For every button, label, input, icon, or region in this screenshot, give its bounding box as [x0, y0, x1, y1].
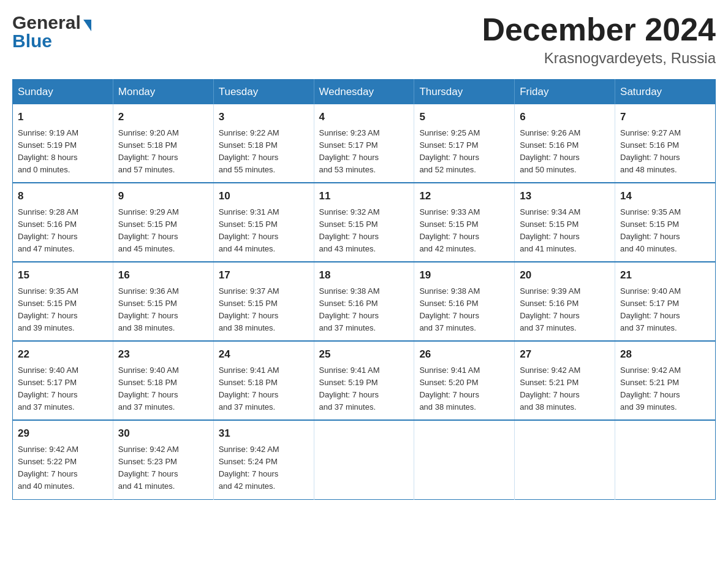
day-number: 7 — [620, 109, 710, 125]
day-info: Sunrise: 9:42 AMSunset: 5:22 PMDaylight:… — [18, 443, 108, 493]
day-number: 12 — [419, 188, 509, 204]
day-number: 16 — [118, 267, 208, 283]
calendar-day-cell: 10Sunrise: 9:31 AMSunset: 5:15 PMDayligh… — [213, 183, 314, 262]
day-info: Sunrise: 9:41 AMSunset: 5:18 PMDaylight:… — [219, 364, 309, 414]
calendar-day-cell: 4Sunrise: 9:23 AMSunset: 5:17 PMDaylight… — [314, 104, 414, 183]
day-info: Sunrise: 9:42 AMSunset: 5:21 PMDaylight:… — [520, 364, 610, 414]
day-info: Sunrise: 9:32 AMSunset: 5:15 PMDaylight:… — [319, 206, 409, 256]
day-info: Sunrise: 9:25 AMSunset: 5:17 PMDaylight:… — [419, 127, 509, 177]
calendar-day-cell: 2Sunrise: 9:20 AMSunset: 5:18 PMDaylight… — [113, 104, 213, 183]
day-info: Sunrise: 9:28 AMSunset: 5:16 PMDaylight:… — [18, 206, 108, 256]
day-number: 14 — [620, 188, 710, 204]
day-number: 30 — [118, 426, 208, 442]
day-number: 31 — [219, 426, 309, 442]
calendar-day-cell: 9Sunrise: 9:29 AMSunset: 5:15 PMDaylight… — [113, 183, 213, 262]
weekday-header-thursday: Thursday — [414, 80, 515, 105]
weekday-header-friday: Friday — [515, 80, 615, 105]
day-number: 22 — [18, 347, 108, 362]
calendar-day-cell: 30Sunrise: 9:42 AMSunset: 5:23 PMDayligh… — [113, 420, 213, 499]
calendar-week-1: 1Sunrise: 9:19 AMSunset: 5:19 PMDaylight… — [13, 104, 716, 183]
logo-triangle-icon — [83, 20, 91, 31]
calendar-body: 1Sunrise: 9:19 AMSunset: 5:19 PMDaylight… — [13, 104, 716, 499]
day-info: Sunrise: 9:40 AMSunset: 5:17 PMDaylight:… — [18, 364, 108, 414]
logo-blue-text: Blue — [12, 31, 91, 52]
calendar-table: SundayMondayTuesdayWednesdayThursdayFrid… — [12, 79, 716, 499]
day-number: 24 — [219, 347, 309, 362]
day-info: Sunrise: 9:38 AMSunset: 5:16 PMDaylight:… — [319, 285, 409, 335]
day-number: 21 — [620, 267, 710, 283]
calendar-day-cell: 28Sunrise: 9:42 AMSunset: 5:21 PMDayligh… — [615, 341, 716, 420]
calendar-day-cell: 6Sunrise: 9:26 AMSunset: 5:16 PMDaylight… — [515, 104, 615, 183]
day-number: 8 — [18, 188, 108, 204]
calendar-day-cell: 24Sunrise: 9:41 AMSunset: 5:18 PMDayligh… — [213, 341, 314, 420]
calendar-day-cell: 7Sunrise: 9:27 AMSunset: 5:16 PMDaylight… — [615, 104, 716, 183]
day-info: Sunrise: 9:35 AMSunset: 5:15 PMDaylight:… — [620, 206, 710, 256]
day-info: Sunrise: 9:35 AMSunset: 5:15 PMDaylight:… — [18, 285, 108, 335]
day-info: Sunrise: 9:37 AMSunset: 5:15 PMDaylight:… — [219, 285, 309, 335]
calendar-day-cell: 21Sunrise: 9:40 AMSunset: 5:17 PMDayligh… — [615, 262, 716, 341]
calendar-header: SundayMondayTuesdayWednesdayThursdayFrid… — [13, 80, 716, 105]
page-header: General Blue December 2024 Krasnogvardey… — [12, 12, 716, 67]
calendar-day-cell: 29Sunrise: 9:42 AMSunset: 5:22 PMDayligh… — [13, 420, 113, 499]
calendar-day-cell: 23Sunrise: 9:40 AMSunset: 5:18 PMDayligh… — [113, 341, 213, 420]
day-info: Sunrise: 9:38 AMSunset: 5:16 PMDaylight:… — [419, 285, 509, 335]
day-info: Sunrise: 9:39 AMSunset: 5:16 PMDaylight:… — [520, 285, 610, 335]
day-number: 28 — [620, 347, 710, 362]
day-number: 10 — [219, 188, 309, 204]
title-block: December 2024 Krasnogvardeyets, Russia — [482, 12, 716, 67]
day-number: 15 — [18, 267, 108, 283]
weekday-header-saturday: Saturday — [615, 80, 716, 105]
day-number: 5 — [419, 109, 509, 125]
calendar-day-cell: 1Sunrise: 9:19 AMSunset: 5:19 PMDaylight… — [13, 104, 113, 183]
day-info: Sunrise: 9:42 AMSunset: 5:24 PMDaylight:… — [219, 443, 309, 493]
day-number: 2 — [118, 109, 208, 125]
day-info: Sunrise: 9:40 AMSunset: 5:18 PMDaylight:… — [118, 364, 208, 414]
calendar-day-cell: 15Sunrise: 9:35 AMSunset: 5:15 PMDayligh… — [13, 262, 113, 341]
day-number: 1 — [18, 109, 108, 125]
day-info: Sunrise: 9:20 AMSunset: 5:18 PMDaylight:… — [118, 127, 208, 177]
calendar-day-cell: 20Sunrise: 9:39 AMSunset: 5:16 PMDayligh… — [515, 262, 615, 341]
calendar-day-cell — [515, 420, 615, 499]
day-info: Sunrise: 9:27 AMSunset: 5:16 PMDaylight:… — [620, 127, 710, 177]
day-info: Sunrise: 9:31 AMSunset: 5:15 PMDaylight:… — [219, 206, 309, 256]
weekday-header-row: SundayMondayTuesdayWednesdayThursdayFrid… — [13, 80, 716, 105]
day-info: Sunrise: 9:26 AMSunset: 5:16 PMDaylight:… — [520, 127, 610, 177]
day-number: 3 — [219, 109, 309, 125]
calendar-day-cell: 14Sunrise: 9:35 AMSunset: 5:15 PMDayligh… — [615, 183, 716, 262]
calendar-day-cell: 11Sunrise: 9:32 AMSunset: 5:15 PMDayligh… — [314, 183, 414, 262]
day-number: 4 — [319, 109, 409, 125]
weekday-header-wednesday: Wednesday — [314, 80, 414, 105]
calendar-day-cell: 26Sunrise: 9:41 AMSunset: 5:20 PMDayligh… — [414, 341, 515, 420]
calendar-week-5: 29Sunrise: 9:42 AMSunset: 5:22 PMDayligh… — [13, 420, 716, 499]
day-info: Sunrise: 9:41 AMSunset: 5:19 PMDaylight:… — [319, 364, 409, 414]
day-number: 9 — [118, 188, 208, 204]
logo: General Blue — [12, 12, 91, 52]
day-number: 26 — [419, 347, 509, 362]
weekday-header-tuesday: Tuesday — [213, 80, 314, 105]
day-info: Sunrise: 9:42 AMSunset: 5:21 PMDaylight:… — [620, 364, 710, 414]
calendar-week-3: 15Sunrise: 9:35 AMSunset: 5:15 PMDayligh… — [13, 262, 716, 341]
calendar-day-cell: 8Sunrise: 9:28 AMSunset: 5:16 PMDaylight… — [13, 183, 113, 262]
day-number: 29 — [18, 426, 108, 442]
calendar-day-cell: 18Sunrise: 9:38 AMSunset: 5:16 PMDayligh… — [314, 262, 414, 341]
day-number: 23 — [118, 347, 208, 362]
day-number: 18 — [319, 267, 409, 283]
calendar-day-cell: 25Sunrise: 9:41 AMSunset: 5:19 PMDayligh… — [314, 341, 414, 420]
calendar-day-cell: 31Sunrise: 9:42 AMSunset: 5:24 PMDayligh… — [213, 420, 314, 499]
weekday-header-monday: Monday — [113, 80, 213, 105]
day-info: Sunrise: 9:42 AMSunset: 5:23 PMDaylight:… — [118, 443, 208, 493]
day-number: 27 — [520, 347, 610, 362]
calendar-week-4: 22Sunrise: 9:40 AMSunset: 5:17 PMDayligh… — [13, 341, 716, 420]
day-info: Sunrise: 9:33 AMSunset: 5:15 PMDaylight:… — [419, 206, 509, 256]
day-number: 13 — [520, 188, 610, 204]
calendar-week-2: 8Sunrise: 9:28 AMSunset: 5:16 PMDaylight… — [13, 183, 716, 262]
day-info: Sunrise: 9:19 AMSunset: 5:19 PMDaylight:… — [18, 127, 108, 177]
day-number: 20 — [520, 267, 610, 283]
day-info: Sunrise: 9:40 AMSunset: 5:17 PMDaylight:… — [620, 285, 710, 335]
day-info: Sunrise: 9:29 AMSunset: 5:15 PMDaylight:… — [118, 206, 208, 256]
calendar-day-cell: 19Sunrise: 9:38 AMSunset: 5:16 PMDayligh… — [414, 262, 515, 341]
calendar-day-cell — [314, 420, 414, 499]
calendar-day-cell: 5Sunrise: 9:25 AMSunset: 5:17 PMDaylight… — [414, 104, 515, 183]
calendar-day-cell: 16Sunrise: 9:36 AMSunset: 5:15 PMDayligh… — [113, 262, 213, 341]
day-info: Sunrise: 9:34 AMSunset: 5:15 PMDaylight:… — [520, 206, 610, 256]
